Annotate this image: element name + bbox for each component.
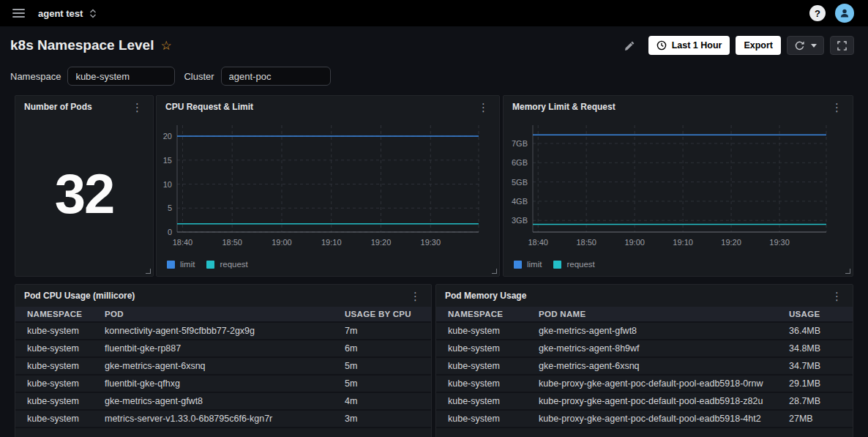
menu-icon[interactable] [12, 9, 25, 18]
table-cell: 3m [333, 414, 431, 424]
table-cell: fluentbit-gke-rp887 [93, 343, 333, 354]
table-cell: 6m [333, 343, 431, 354]
svg-text:19:20: 19:20 [371, 238, 392, 247]
table-row: kube-systemgke-metrics-agent-8h9wf34.8MB [436, 340, 853, 358]
table-cell: kube-system [15, 343, 93, 354]
table-cell: kube-system [15, 326, 93, 336]
table-cell: kube-system [15, 378, 93, 389]
svg-text:19:30: 19:30 [421, 238, 441, 247]
legend-label: request [220, 260, 247, 269]
table-cell: gke-metrics-agent-6xsnq [93, 361, 333, 371]
table-row: kube-systemgke-metrics-agent-6xsnq34.7MB [436, 358, 853, 376]
table-cell: kube-proxy-gke-agent-poc-default-pool-ea… [527, 396, 777, 406]
legend-swatch [206, 261, 214, 269]
legend-swatch [167, 261, 175, 269]
memory-time-series-chart[interactable]: 3GB4GB5GB6GB7GB18:4018:5019:0019:1019:20… [504, 118, 854, 257]
variables-bar: Namespace Cluster [0, 66, 868, 86]
table-row: kube-systemgke-metrics-agent-gfwt836.4MB [436, 323, 853, 340]
panel-title[interactable]: CPU Request & Limit [165, 102, 253, 112]
table-cell: kube-system [436, 396, 527, 406]
table-cell: gke-metrics-agent-gfwt8 [93, 396, 333, 406]
svg-text:10: 10 [163, 180, 172, 189]
column-header[interactable]: USAGE BY CPU [333, 310, 431, 318]
svg-text:15: 15 [163, 156, 172, 165]
table-cell: 34.8MB [777, 343, 853, 354]
time-range-label: Last 1 Hour [672, 40, 722, 51]
panel-title[interactable]: Number of Pods [24, 102, 92, 112]
cluster-label: Cluster [184, 71, 214, 82]
time-range-button[interactable]: Last 1 Hour [648, 36, 730, 55]
table-row: kube-systemkube-proxy-gke-agent-poc-defa… [436, 393, 853, 411]
panel-menu-kebab-icon[interactable]: ⋮ [129, 100, 146, 114]
column-header[interactable]: POD NAME [527, 310, 777, 318]
legend-label: limit [180, 260, 195, 269]
column-header[interactable]: POD [93, 310, 333, 318]
column-header[interactable]: NAMESPACE [15, 310, 93, 318]
refresh-dropdown-caret-icon[interactable] [811, 44, 817, 48]
panel-memory-limit-request: Memory Limit & Request ⋮ 3GB4GB5GB6GB7GB… [503, 95, 853, 277]
svg-text:3GB: 3GB [512, 216, 528, 225]
panel-resize-handle[interactable] [845, 269, 850, 274]
refresh-button-group[interactable] [787, 36, 824, 55]
table-cell: 36.4MB [777, 326, 853, 336]
cluster-input[interactable] [221, 67, 331, 86]
legend-item[interactable]: request [206, 260, 247, 269]
column-header[interactable]: NAMESPACE [436, 310, 527, 318]
edit-pencil-icon[interactable] [624, 40, 635, 51]
svg-text:7GB: 7GB [512, 139, 528, 148]
svg-text:5GB: 5GB [512, 178, 528, 187]
table-cell: kube-system [15, 414, 93, 424]
panel-menu-kebab-icon[interactable]: ⋮ [828, 100, 845, 114]
legend-item[interactable]: request [553, 260, 594, 269]
svg-text:18:40: 18:40 [528, 238, 548, 247]
table-cell: 5m [333, 361, 431, 371]
panel-title[interactable]: Pod CPU Usage (millicore) [24, 291, 135, 301]
panel-title[interactable]: Memory Limit & Request [512, 102, 616, 112]
panel-number-of-pods: Number of Pods ⋮ 32 [15, 95, 154, 277]
table-cell: gke-metrics-agent-gfwt8 [527, 326, 777, 336]
panel-resize-handle[interactable] [146, 269, 151, 274]
namespace-input[interactable] [67, 67, 175, 86]
chart-legend: limitrequest [504, 257, 595, 272]
panel-menu-kebab-icon[interactable]: ⋮ [407, 289, 424, 303]
svg-text:19:00: 19:00 [624, 238, 645, 247]
panel-title[interactable]: Pod Memory Usage [445, 291, 526, 301]
column-header[interactable]: USAGE [777, 310, 853, 318]
svg-text:19:10: 19:10 [673, 238, 693, 247]
table-cell: metrics-server-v1.33.0-6b8795c6f6-kgn7r [93, 414, 333, 424]
svg-text:18:50: 18:50 [576, 238, 596, 247]
table-cell: kube-proxy-gke-agent-poc-default-pool-ea… [527, 414, 777, 424]
table-row: kube-systemkube-proxy-gke-agent-poc-defa… [436, 376, 853, 393]
namespace-label: Namespace [10, 71, 61, 82]
refresh-icon [794, 40, 805, 51]
table-cell: konnectivity-agent-5f9cfbbb77-2gx9g [93, 326, 333, 336]
table-cell: 5m [333, 378, 431, 389]
table-cell: kube-system [436, 414, 527, 424]
svg-text:18:50: 18:50 [222, 238, 242, 247]
legend-item[interactable]: limit [167, 260, 195, 269]
legend-label: request [566, 260, 594, 269]
pod-count-stat: 32 [15, 118, 153, 269]
person-icon [839, 7, 850, 19]
table-cell: kube-system [436, 378, 527, 389]
table-cell: kube-system [436, 343, 527, 354]
panel-resize-handle[interactable] [492, 269, 497, 274]
user-avatar[interactable] [835, 4, 854, 23]
panel-header: Memory Limit & Request ⋮ [504, 96, 853, 118]
help-icon[interactable]: ? [809, 5, 826, 21]
panel-menu-kebab-icon[interactable]: ⋮ [475, 100, 492, 114]
dashboard-switcher[interactable]: agent test [38, 8, 97, 19]
cpu-time-series-chart[interactable]: 0510152018:4018:5019:0019:1019:2019:30 [157, 118, 501, 257]
clock-icon [656, 40, 667, 51]
table-cell: kube-system [15, 396, 93, 406]
panel-menu-kebab-icon[interactable]: ⋮ [828, 289, 845, 303]
table-cell: 4m [333, 396, 431, 406]
table-row: kube-systemgke-metrics-agent-6xsnq5m [15, 358, 431, 376]
svg-text:4GB: 4GB [512, 197, 528, 206]
table-cell: 27MB [777, 414, 853, 424]
favorite-star-icon[interactable]: ☆ [160, 40, 171, 52]
table-cell: 28.7MB [777, 396, 853, 406]
legend-item[interactable]: limit [514, 260, 542, 269]
fullscreen-button[interactable] [830, 36, 854, 55]
export-button[interactable]: Export [736, 36, 781, 55]
